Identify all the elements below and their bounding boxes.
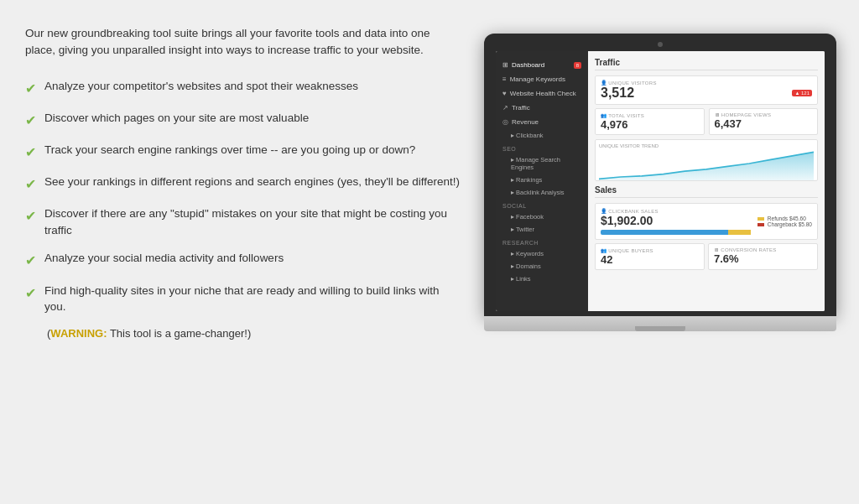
feature-text-3: Track your search engine rankings over t…: [44, 142, 415, 158]
total-visits-label: 👥 TOTAL VISITS: [601, 112, 699, 118]
sidebar-item-keywords[interactable]: ≡ Manage Keywords: [496, 72, 588, 86]
sidebar-sub-links[interactable]: ▸ Links: [496, 273, 588, 285]
checkmark-icon-2: ✔: [25, 111, 36, 130]
warning-container: (WARNING: This tool is a game-changer!): [47, 327, 461, 340]
unique-visitors-label: 👤 UNIQUE VISITORS: [601, 80, 657, 86]
laptop-camera: [658, 42, 663, 47]
right-panel: ⊞ Dashboard 8 ≡ Manage Keywords ♥ Websit…: [478, 25, 842, 331]
conversion-rate-value: 7.6%: [714, 252, 812, 265]
page-container: Our new groundbreaking tool suite brings…: [0, 0, 859, 504]
laptop-base: [484, 316, 836, 331]
sidebar-item-revenue[interactable]: ◎ Revenue: [496, 115, 588, 129]
chargeback-label: Chargeback: [768, 221, 797, 227]
checkmark-icon-5: ✔: [25, 206, 36, 226]
revenue-icon: ◎: [502, 118, 508, 126]
traffic-icon: ↗: [502, 104, 508, 112]
dashboard-sidebar: ⊞ Dashboard 8 ≡ Manage Keywords ♥ Websit…: [496, 51, 588, 311]
unique-visitors-box: 👤 UNIQUE VISITORS 3,512 ▲ 121: [595, 75, 818, 105]
refunds-label: Refunds: [768, 216, 788, 221]
unique-visitors-badge: ▲ 121: [792, 90, 812, 96]
sidebar-section-research: Research: [496, 236, 588, 247]
refunds-value: $45.60: [789, 216, 806, 221]
laptop-screen: ⊞ Dashboard 8 ≡ Manage Keywords ♥ Websit…: [496, 51, 825, 311]
sidebar-sub-keywords2[interactable]: ▸ Keywords: [496, 247, 588, 260]
feature-item-1: ✔Analyze your competitor's websites and …: [25, 78, 461, 98]
trend-label: UNIQUE VISITOR TREND: [599, 143, 814, 148]
sidebar-sub-twitter[interactable]: ▸ Twitter: [496, 223, 588, 236]
chargeback-color: [757, 223, 764, 226]
feature-text-5: Discover if there are any "stupid" mista…: [44, 205, 461, 238]
feature-list: ✔Analyze your competitor's websites and …: [25, 78, 461, 315]
homepage-views-box: 🖥 HOMEPAGE VIEWS 6,437: [709, 108, 819, 135]
sidebar-label-dashboard: Dashboard: [512, 61, 544, 69]
left-panel: Our new groundbreaking tool suite brings…: [25, 25, 478, 340]
feature-item-3: ✔Track your search engine rankings over …: [25, 142, 461, 162]
health-icon: ♥: [502, 90, 507, 97]
conversion-rate-box: 🖥 CONVERSION RATES 7.6%: [708, 243, 818, 270]
unique-buyers-box: 👥 UNIQUE BUYERS 42: [595, 243, 705, 270]
refunds-color: [757, 217, 764, 221]
sales-box: 👤 CLICKBANK SALES $1,902.00 R: [595, 203, 818, 240]
warning-label: WARNING:: [50, 327, 107, 340]
total-visits-value: 4,976: [601, 118, 699, 131]
chargeback-legend: Chargeback $5.80: [757, 221, 812, 227]
sidebar-label-revenue: Revenue: [512, 118, 539, 126]
laptop-screen-outer: ⊞ Dashboard 8 ≡ Manage Keywords ♥ Websit…: [484, 34, 836, 316]
stats-row-1: 👥 TOTAL VISITS 4,976 🖥 HOMEPAGE VIEWS 6,…: [595, 108, 818, 135]
dashboard-badge: 8: [574, 62, 581, 69]
laptop-mockup: ⊞ Dashboard 8 ≡ Manage Keywords ♥ Websit…: [484, 34, 836, 331]
unique-visitors-value: 3,512: [601, 86, 657, 101]
feature-text-4: See your rankings in different regions a…: [44, 174, 460, 190]
keywords-icon: ≡: [502, 75, 507, 83]
chargeback-value: $5.80: [799, 221, 812, 227]
dashboard-icon: ⊞: [502, 61, 508, 69]
sidebar-sub-clickbank[interactable]: ▸ Clickbank: [496, 129, 588, 142]
checkmark-icon-7: ✔: [25, 283, 36, 303]
sidebar-sub-rankings[interactable]: ▸ Rankings: [496, 174, 588, 186]
feature-item-6: ✔Analyze your social media activity and …: [25, 250, 461, 270]
dashboard-main: Traffic 👤 UNIQUE VISITORS 3,512: [588, 51, 825, 311]
sidebar-section-seo: SEO: [496, 142, 588, 153]
clickbank-sales-label: 👤 CLICKBANK SALES: [601, 208, 751, 214]
traffic-section-title: Traffic: [595, 58, 818, 70]
sales-legend: Refunds $45.60 Chargeback $5.80: [757, 216, 812, 227]
sidebar-item-traffic[interactable]: ↗ Traffic: [496, 101, 588, 115]
unique-buyers-label: 👥 UNIQUE BUYERS: [601, 247, 699, 253]
checkmark-icon-1: ✔: [25, 79, 36, 98]
checkmark-icon-3: ✔: [25, 143, 36, 162]
feature-text-6: Analyze your social media activity and f…: [44, 250, 284, 267]
homepage-views-value: 6,437: [715, 117, 813, 130]
feature-item-5: ✔Discover if there are any "stupid" mist…: [25, 205, 461, 238]
sidebar-sub-domains[interactable]: ▸ Domains: [496, 260, 588, 273]
sales-amount: $1,902.00: [601, 214, 751, 227]
sidebar-section-social: Social: [496, 199, 588, 210]
checkmark-icon-4: ✔: [25, 174, 36, 194]
sidebar-label-traffic: Traffic: [512, 104, 530, 112]
sidebar-sub-search-engines[interactable]: ▸ Manage Search Engines: [496, 153, 588, 174]
feature-item-4: ✔See your rankings in different regions …: [25, 174, 461, 194]
sales-progress-bar: [601, 230, 751, 235]
sidebar-item-health[interactable]: ♥ Website Health Check: [496, 86, 588, 101]
sales-section-title: Sales: [595, 185, 818, 198]
warning-text: This tool is a game-changer!): [107, 327, 252, 340]
unique-buyers-value: 42: [601, 253, 699, 266]
sidebar-label-health: Website Health Check: [510, 90, 576, 97]
sidebar-label-keywords: Manage Keywords: [510, 75, 565, 83]
sidebar-sub-backlink[interactable]: ▸ Backlink Analysis: [496, 186, 588, 199]
bottom-stats-row: 👥 UNIQUE BUYERS 42 🖥 CONVERSION RATES: [595, 243, 818, 270]
refunds-legend: Refunds $45.60: [757, 216, 812, 221]
trend-svg: [599, 150, 814, 181]
intro-text: Our new groundbreaking tool suite brings…: [25, 25, 461, 60]
feature-text-2: Discover which pages on your site are mo…: [44, 110, 309, 127]
sidebar-item-dashboard[interactable]: ⊞ Dashboard 8: [496, 58, 588, 72]
feature-item-7: ✔Find high-quality sites in your niche t…: [25, 283, 461, 315]
visitor-trend-chart: UNIQUE VISITOR TREND: [595, 139, 818, 181]
feature-text-1: Analyze your competitor's websites and s…: [44, 78, 358, 95]
feature-item-2: ✔Discover which pages on your site are m…: [25, 110, 461, 130]
feature-text-7: Find high-quality sites in your niche th…: [44, 283, 461, 315]
total-visits-box: 👥 TOTAL VISITS 4,976: [595, 108, 705, 135]
checkmark-icon-6: ✔: [25, 251, 36, 270]
sidebar-sub-facebook[interactable]: ▸ Facebook: [496, 210, 588, 223]
